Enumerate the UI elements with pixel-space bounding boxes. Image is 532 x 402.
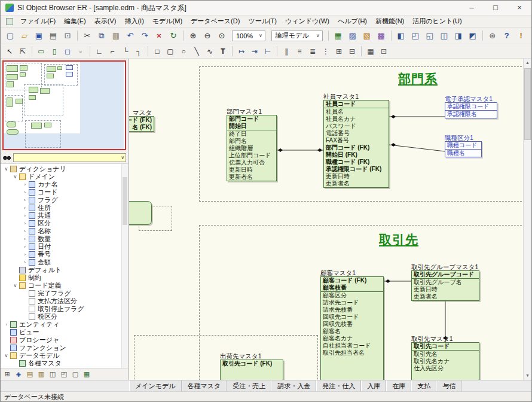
tree-item[interactable]: ∨ ディクショナリ	[1, 165, 128, 173]
domain-browser-icon[interactable]: ▨	[346, 29, 359, 42]
tree-item[interactable]: › 番号	[1, 251, 128, 258]
menu-item[interactable]: ヘルプ(H)	[334, 17, 371, 26]
cut-icon[interactable]: ✂	[81, 29, 94, 42]
tree-item[interactable]: ∨ ドメイン	[1, 173, 128, 181]
window-panel-icon[interactable]: ◰	[59, 369, 69, 379]
tree-expander-icon[interactable]: ›	[22, 236, 28, 242]
tree-expander-icon[interactable]: ∨	[12, 174, 19, 179]
tree-item[interactable]: デフォルト	[1, 266, 128, 274]
tree-item[interactable]: › 日付	[1, 243, 128, 251]
tree-item[interactable]: 制約	[1, 274, 128, 282]
note-panel-icon[interactable]: ▢	[70, 369, 81, 379]
entity[interactable]: 取引先マスタ1 取引先コード取引先名取引先名カナ仕入先区分	[411, 336, 479, 380]
rectangle-tool[interactable]: □	[151, 45, 163, 57]
tree-item[interactable]: 各種マスタ	[1, 360, 128, 367]
menu-item[interactable]: データベース(D)	[186, 17, 244, 26]
menu-item[interactable]: 表示(V)	[90, 17, 121, 26]
scroll-thumb[interactable]	[524, 68, 531, 140]
redo-icon[interactable]: ↷	[138, 29, 151, 42]
sheet-tab[interactable]: 各種マスタ	[182, 380, 227, 391]
save-icon[interactable]: ▣	[32, 29, 45, 42]
align-top-icon[interactable]: ≡	[293, 45, 305, 57]
paste-icon[interactable]: ▥	[109, 29, 123, 42]
dictionary-icon[interactable]: ▧	[360, 29, 374, 42]
entity[interactable]: 取引先グループマスタ1 取引先グループコード取引先グループ名更新日時更新者名	[411, 264, 479, 301]
tree-expander-icon[interactable]: ›	[22, 205, 28, 211]
sheet-tab[interactable]: 在庫	[386, 380, 411, 391]
sheet-tab[interactable]: 支払	[411, 380, 436, 391]
menu-item[interactable]: 活用のヒント(U)	[408, 17, 466, 26]
navigator-icon[interactable]: ◩	[466, 29, 479, 42]
tree-item[interactable]: › 区分	[1, 220, 128, 227]
tree-expander-icon[interactable]: ›	[22, 229, 28, 234]
search-input[interactable]	[14, 154, 120, 162]
tile-windows-icon[interactable]: ◱	[423, 29, 436, 42]
identifying-relation-tool[interactable]: ⌐	[106, 45, 118, 57]
refresh-icon[interactable]: ↻	[167, 29, 180, 42]
tree-expander-icon[interactable]: ›	[3, 322, 10, 327]
overview-navigator[interactable]	[2, 60, 126, 150]
entity[interactable]: 出荷先マスタ1 取引先コード (FK)	[220, 353, 283, 380]
new-window-icon[interactable]: ◧	[395, 29, 408, 42]
zoom-actual-icon[interactable]: ⊙	[215, 29, 228, 42]
model-tree-icon[interactable]: ◨	[452, 29, 465, 42]
tree-expander-icon[interactable]: ›	[22, 244, 28, 249]
menu-item[interactable]: ファイル(F)	[16, 17, 60, 26]
snap-grid-icon[interactable]: ⊡	[378, 45, 390, 57]
pan-tool[interactable]: ⇱	[17, 45, 29, 57]
logical-model-select[interactable]: 論理モデル ∨	[271, 31, 323, 41]
entity-tool[interactable]: ▭	[35, 45, 47, 57]
close-button[interactable]: ×	[507, 1, 531, 15]
model-panel-icon[interactable]: ◫	[47, 369, 58, 379]
entity[interactable]: 電子承認マスタ1 承認権限コード承認権限名	[445, 96, 497, 118]
tree-item[interactable]: 取引停止フラグ	[1, 305, 128, 313]
sheet-tab[interactable]: 入庫	[361, 380, 386, 391]
ellipse-tool[interactable]: ○	[178, 45, 189, 57]
tree-item[interactable]: ∨ データモデル	[1, 352, 128, 360]
relation-matrix-icon[interactable]: ▩	[375, 29, 388, 42]
zoom-in-icon[interactable]: ⊕	[186, 29, 200, 42]
sheet-tab[interactable]: メインモデル	[129, 380, 182, 391]
relation-tool[interactable]: ∟	[93, 45, 105, 57]
maximize-button[interactable]: □	[484, 1, 507, 15]
folder-panel-icon[interactable]: ▥	[36, 369, 47, 379]
tree-item[interactable]: › 数量	[1, 235, 128, 243]
hint-icon[interactable]: !	[515, 29, 528, 42]
same-width-icon[interactable]: ⊞	[333, 45, 345, 57]
non-identifying-relation-tool[interactable]: └	[120, 45, 132, 57]
options-icon[interactable]: ⊛	[486, 29, 499, 42]
rounded-shape[interactable]	[129, 201, 152, 225]
entity[interactable]: 職種区分1 職種コード職種名	[445, 135, 482, 157]
sheet-tab[interactable]: 発注・仕入	[316, 380, 361, 391]
vertical-scrollbar[interactable]: ▲ ▼	[523, 59, 531, 380]
menu-item[interactable]: 新機能(N)	[371, 17, 408, 26]
scroll-down-arrow[interactable]: ▼	[524, 371, 531, 380]
entity[interactable]: 社員マスタ1 社員コード社員名社員名カナパスワード電話番号FAX番号部門コード …	[323, 93, 389, 188]
tree-scrollbar[interactable]	[121, 164, 128, 368]
help-icon[interactable]: ?	[500, 29, 513, 42]
print-icon[interactable]: ▤	[47, 29, 60, 42]
line-tool[interactable]: ╲	[191, 45, 203, 57]
relation-list-icon[interactable]: ◈	[13, 369, 24, 379]
tree-expander-icon[interactable]: ›	[22, 182, 28, 187]
zoom-out-icon[interactable]: ⊖	[201, 29, 214, 42]
dependent-entity-tool[interactable]: ▯	[48, 45, 60, 57]
copy-icon[interactable]: ⧉	[95, 29, 108, 42]
menu-item[interactable]: 挿入(I)	[120, 17, 148, 26]
entity-report-icon[interactable]: ▦	[332, 29, 345, 42]
tree-item[interactable]: › 住所	[1, 204, 128, 212]
tree-expander-icon[interactable]: ∨	[3, 353, 10, 358]
diagram-canvas[interactable]: 部門系取引先 部門マスタ1 部門コード開始日終了日部門名組織階層上位部門コード伝…	[129, 59, 523, 380]
select-tool[interactable]: ↖	[4, 45, 16, 57]
section-title[interactable]: 部門系	[398, 71, 438, 87]
table-panel-icon[interactable]: ▦	[81, 369, 92, 379]
reference-line-icon[interactable]: ⇥	[249, 45, 261, 57]
one-to-many-icon[interactable]: ↦	[236, 45, 247, 57]
tree-item[interactable]: › コード	[1, 188, 128, 196]
group-tool[interactable]: ▫	[75, 45, 87, 57]
many-to-many-relation-tool[interactable]: ┐	[133, 45, 145, 57]
section-title[interactable]: 取引先	[379, 232, 418, 248]
tree-expander-icon[interactable]: ›	[22, 197, 28, 203]
sheet-tab[interactable]: 請求・入金	[271, 380, 316, 391]
tree-expander-icon[interactable]: ›	[22, 252, 28, 257]
